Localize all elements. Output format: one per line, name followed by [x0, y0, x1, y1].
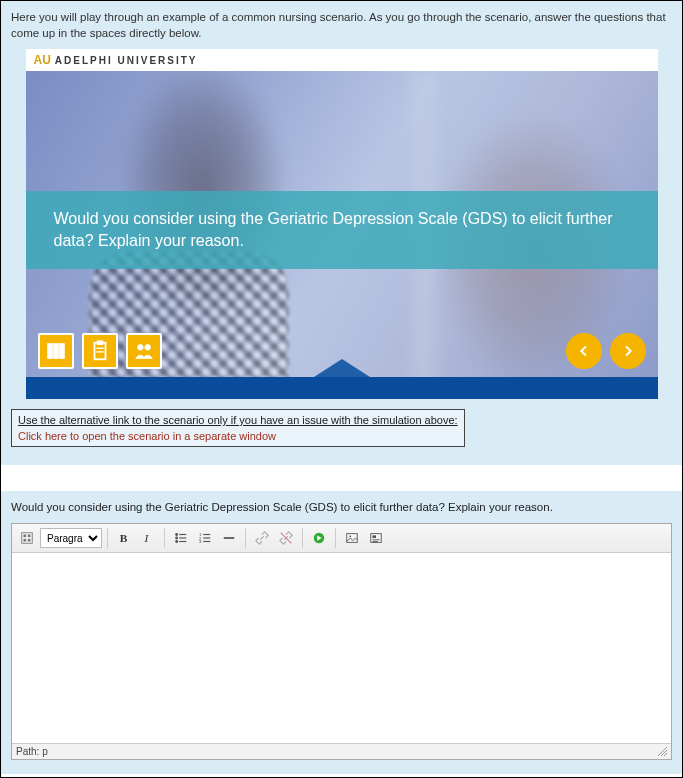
svg-text:3: 3 — [199, 539, 202, 544]
brand-bar: AU ADELPHI UNIVERSITY — [26, 49, 658, 71]
italic-button[interactable]: I — [137, 527, 159, 549]
svg-rect-2 — [59, 344, 64, 359]
svg-point-8 — [144, 345, 150, 351]
ordered-list-button[interactable]: 123 — [194, 527, 216, 549]
svg-rect-11 — [28, 535, 31, 538]
alternative-link-box: Use the alternative link to the scenario… — [11, 409, 465, 447]
svg-point-7 — [137, 345, 143, 351]
prev-button[interactable] — [566, 333, 602, 369]
media-button[interactable] — [308, 527, 330, 549]
svg-text:B: B — [120, 533, 128, 545]
rich-text-editor: Paragraph B I 123 — [11, 523, 672, 760]
svg-rect-35 — [373, 536, 377, 539]
toolbar-toggle-button[interactable] — [16, 527, 38, 549]
hr-button[interactable] — [218, 527, 240, 549]
brand-name: ADELPHI UNIVERSITY — [55, 55, 198, 66]
svg-rect-9 — [22, 533, 33, 544]
answer-section: Would you consider using the Geriatric D… — [1, 491, 682, 774]
scenario-player: AU ADELPHI UNIVERSITY Would you consider… — [26, 49, 658, 399]
editor-path: Path: p — [16, 746, 48, 757]
svg-rect-13 — [28, 539, 31, 542]
scenario-player-wrapper: AU ADELPHI UNIVERSITY Would you consider… — [26, 49, 658, 399]
svg-rect-12 — [24, 539, 27, 542]
svg-rect-0 — [47, 344, 52, 359]
image-button[interactable] — [341, 527, 363, 549]
svg-rect-4 — [97, 341, 103, 345]
editor-resize-handle[interactable] — [657, 746, 667, 756]
alt-link-title: Use the alternative link to the scenario… — [18, 414, 458, 426]
svg-rect-3 — [94, 343, 105, 360]
link-button[interactable] — [251, 527, 273, 549]
scenario-bottom-bar — [26, 377, 658, 399]
svg-point-33 — [349, 536, 351, 538]
format-select[interactable]: Paragraph — [40, 528, 102, 548]
unlink-button[interactable] — [275, 527, 297, 549]
scenario-video-area[interactable]: Would you consider using the Geriatric D… — [26, 71, 658, 399]
answer-prompt: Would you consider using the Geriatric D… — [11, 501, 672, 513]
unordered-list-button[interactable] — [170, 527, 192, 549]
editor-footer: Path: p — [12, 743, 671, 759]
scenario-nav — [566, 333, 646, 369]
svg-point-16 — [176, 534, 178, 536]
svg-point-18 — [176, 537, 178, 539]
people-icon[interactable] — [126, 333, 162, 369]
editor-toolbar: Paragraph B I 123 — [12, 524, 671, 553]
brand-mark: AU — [34, 53, 51, 67]
alt-scenario-link[interactable]: Click here to open the scenario in a sep… — [18, 430, 276, 442]
intro-text: Here you will play through an example of… — [11, 9, 672, 41]
svg-text:I: I — [144, 533, 150, 545]
scenario-question-overlay: Would you consider using the Geriatric D… — [26, 191, 658, 269]
svg-rect-1 — [53, 344, 58, 359]
next-button[interactable] — [610, 333, 646, 369]
svg-rect-10 — [24, 535, 27, 538]
intro-section: Here you will play through an example of… — [1, 1, 682, 465]
clipboard-icon[interactable] — [82, 333, 118, 369]
svg-point-20 — [176, 541, 178, 543]
brand-logo: AU ADELPHI UNIVERSITY — [34, 53, 198, 67]
scenario-resource-icons — [38, 333, 162, 369]
scenario-question-text: Would you consider using the Geriatric D… — [54, 208, 630, 253]
editor-body[interactable] — [12, 553, 671, 743]
section-spacer — [1, 465, 682, 491]
embed-button[interactable] — [365, 527, 387, 549]
books-icon[interactable] — [38, 333, 74, 369]
bold-button[interactable]: B — [113, 527, 135, 549]
